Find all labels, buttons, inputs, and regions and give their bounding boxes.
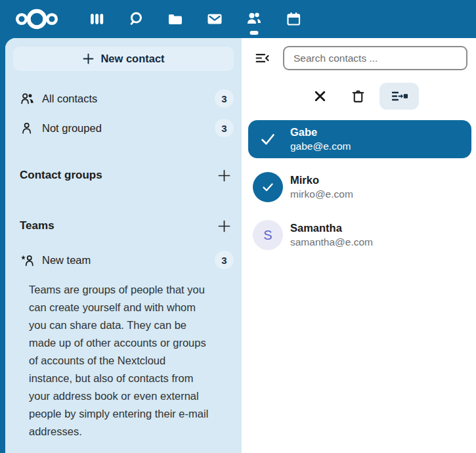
mail-icon (206, 11, 223, 27)
close-icon (314, 90, 326, 102)
contacts-sidebar: New contact All contacts 3 Not grouped (5, 38, 242, 453)
contact-name: Gabe (290, 125, 351, 139)
add-team-button[interactable] (214, 217, 234, 235)
count-badge: 3 (215, 251, 234, 269)
list-merge-icon (391, 89, 408, 104)
avatar-initial: S (263, 228, 272, 243)
calendar-icon (286, 11, 302, 27)
contact-row[interactable]: Mirko mirko@e.com (248, 168, 471, 206)
folder-icon (167, 11, 184, 27)
contact-groups-title: Contact groups (20, 169, 102, 182)
new-contact-button[interactable]: New contact (13, 47, 234, 71)
collapse-sidebar-button[interactable] (252, 47, 272, 70)
contact-row[interactable]: S Samantha samantha@e.com (248, 216, 471, 254)
plus-icon (217, 169, 231, 183)
contact-list: Gabe gabe@e.com Mirko mirko@e.com S (242, 120, 476, 264)
collapse-sidebar-icon (254, 50, 270, 66)
sidebar-item-not-grouped[interactable]: Not grouped 3 (5, 116, 242, 140)
app-deck-button[interactable] (77, 0, 116, 38)
count-badge: 3 (215, 119, 234, 137)
sidebar-item-label: New team (42, 254, 91, 267)
trash-icon (351, 89, 366, 104)
app-menu (77, 0, 313, 38)
list-header-row (242, 46, 476, 70)
selection-toolbar (242, 83, 476, 110)
columns-icon (89, 11, 105, 27)
app-contacts-button[interactable] (234, 0, 274, 38)
cancel-selection-button[interactable] (308, 85, 332, 108)
contact-email: gabe@e.com (290, 139, 351, 153)
count-badge: 3 (215, 89, 234, 108)
teams-description: Teams are groups of people that you can … (29, 281, 210, 441)
people-icon (20, 92, 34, 105)
plus-icon (217, 219, 231, 233)
app-calendar-button[interactable] (274, 0, 313, 38)
contact-text: Mirko mirko@e.com (290, 173, 353, 201)
sidebar-item-all-contacts[interactable]: All contacts 3 (5, 87, 242, 110)
contact-name: Samantha (290, 221, 373, 235)
new-contact-label: New contact (100, 53, 164, 65)
teams-title: Teams (20, 219, 54, 232)
sidebar-item-label: Not grouped (42, 122, 102, 135)
person-icon (20, 121, 34, 135)
check-icon (260, 179, 276, 195)
contact-list-panel: Gabe gabe@e.com Mirko mirko@e.com S (242, 38, 476, 453)
delete-selected-button[interactable] (346, 85, 370, 108)
check-icon (259, 130, 277, 148)
nextcloud-logo[interactable] (11, 6, 63, 32)
search-input[interactable] (283, 46, 467, 70)
add-contact-group-button[interactable] (214, 166, 234, 184)
contact-email: mirko@e.com (290, 187, 353, 201)
contact-row[interactable]: Gabe gabe@e.com (248, 120, 471, 158)
sidebar-item-label: All contacts (42, 93, 97, 105)
merge-selected-button[interactable] (379, 83, 419, 110)
contact-text: Gabe gabe@e.com (290, 125, 351, 153)
teams-header: Teams (5, 217, 242, 235)
active-app-indicator (250, 31, 259, 35)
contact-text: Samantha samantha@e.com (290, 221, 373, 249)
app-search-button[interactable] (116, 0, 156, 38)
app-content: New contact All contacts 3 Not grouped (5, 38, 476, 453)
contact-name: Mirko (290, 173, 353, 187)
plus-icon (82, 53, 95, 65)
sidebar-nav: All contacts 3 Not grouped 3 (5, 87, 242, 140)
search-icon (127, 11, 144, 28)
topbar (0, 0, 476, 38)
avatar[interactable] (253, 172, 283, 202)
app-mail-button[interactable] (195, 0, 234, 38)
contact-email: samantha@e.com (290, 235, 373, 249)
app-files-button[interactable] (156, 0, 195, 38)
team-star-icon (20, 253, 34, 267)
avatar[interactable]: S (253, 220, 283, 250)
sidebar-item-new-team[interactable]: New team 3 (5, 248, 242, 272)
contact-groups-header: Contact groups (5, 166, 242, 184)
selected-check (253, 124, 283, 154)
contacts-icon (246, 11, 263, 27)
